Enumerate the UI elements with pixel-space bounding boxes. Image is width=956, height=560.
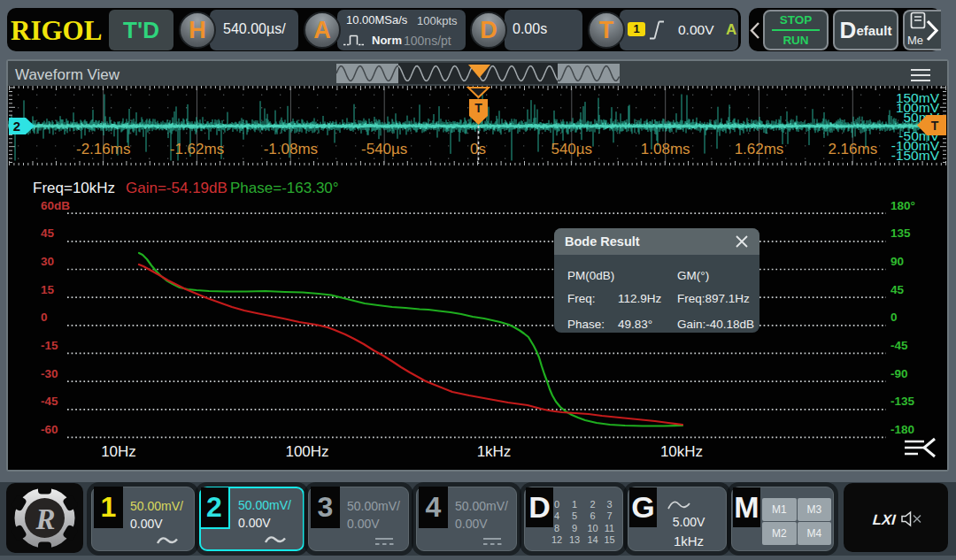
svg-text:15: 15 [41,283,55,296]
svg-text:-135: -135 [890,395,915,408]
svg-text:-150mV: -150mV [891,148,940,163]
svg-text:1.08ms: 1.08ms [641,141,690,157]
svg-text:60dB: 60dB [41,199,70,212]
svg-text:-180: -180 [890,423,914,436]
svg-text:-1.08ms: -1.08ms [264,141,318,157]
svg-text:-45: -45 [890,339,908,352]
svg-text:30: 30 [41,255,54,268]
svg-text:1kHz: 1kHz [477,443,512,460]
svg-text:-2.16ms: -2.16ms [76,141,130,157]
svg-text:-15: -15 [41,339,58,352]
svg-text:540µs: 540µs [551,141,592,157]
svg-text:100Hz: 100Hz [285,443,328,460]
svg-text:0: 0 [41,311,48,324]
svg-text:2: 2 [13,119,20,134]
svg-text:2.16ms: 2.16ms [828,141,877,157]
svg-text:90: 90 [890,255,904,268]
svg-text:-90: -90 [890,367,908,380]
svg-text:-30: -30 [41,367,58,380]
svg-text:0: 0 [890,311,898,324]
svg-text:T: T [474,101,482,115]
svg-text:-45: -45 [41,395,58,408]
svg-text:R: R [35,503,55,535]
svg-text:45: 45 [890,283,905,296]
svg-text:10Hz: 10Hz [101,443,136,460]
svg-text:45: 45 [41,226,55,240]
svg-text:10kHz: 10kHz [660,443,703,460]
svg-text:135: 135 [890,226,911,240]
svg-text:T: T [931,119,939,133]
svg-text:-540µs: -540µs [361,141,407,157]
svg-text:180°: 180° [890,199,915,212]
svg-text:1.62ms: 1.62ms [735,141,784,157]
svg-text:-60: -60 [41,423,58,436]
svg-text:Freq=10kHz: Freq=10kHz [33,180,115,196]
svg-text:Gain=-54.19dB: Gain=-54.19dB [126,180,227,196]
svg-text:Phase=-163.30°: Phase=-163.30° [230,180,339,196]
svg-text:-1.62ms: -1.62ms [170,141,224,157]
